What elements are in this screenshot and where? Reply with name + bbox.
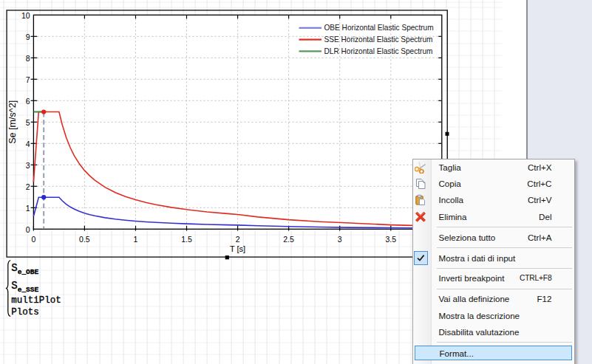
svg-text:3.5: 3.5 (385, 235, 396, 244)
svg-text:0.5: 0.5 (79, 235, 90, 244)
svg-text:7: 7 (26, 75, 30, 84)
svg-text:Se [m/s^2]: Se [m/s^2] (8, 100, 18, 144)
svg-text:0: 0 (31, 235, 35, 244)
svg-text:5: 5 (26, 118, 30, 127)
svg-text:OBE Horizontal Elastic Spectru: OBE Horizontal Elastic Spectrum (324, 24, 434, 32)
svg-text:6: 6 (26, 97, 30, 106)
svg-text:4: 4 (26, 140, 30, 148)
svg-text:2: 2 (236, 235, 240, 244)
svg-text:1: 1 (26, 204, 30, 213)
svg-text:2.5: 2.5 (283, 235, 294, 244)
svg-text:1.5: 1.5 (181, 235, 192, 244)
svg-text:T [s]: T [s] (230, 244, 245, 253)
svg-text:2: 2 (26, 182, 30, 191)
svg-text:9: 9 (26, 32, 30, 41)
svg-text:3: 3 (26, 161, 30, 170)
svg-text:1: 1 (134, 235, 138, 244)
svg-text:3: 3 (338, 235, 342, 244)
svg-text:8: 8 (26, 54, 30, 63)
svg-text:10: 10 (21, 11, 30, 20)
svg-text:SSE Horizontal Elastic Spectru: SSE Horizontal Elastic Spectrum (324, 35, 433, 44)
svg-text:0: 0 (26, 225, 30, 234)
svg-text:DLR Horizontal Elastic Spectru: DLR Horizontal Elastic Spectrum (324, 47, 433, 55)
